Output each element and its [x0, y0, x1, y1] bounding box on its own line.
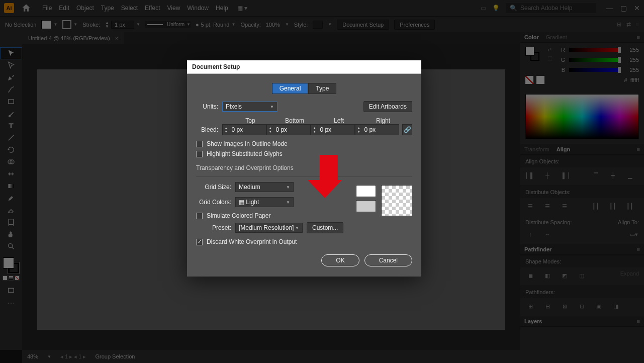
maximize-icon[interactable]: ▢: [620, 4, 627, 12]
custom-button[interactable]: Custom...: [307, 222, 343, 233]
menu-object[interactable]: Object: [76, 5, 94, 12]
document-setup-button[interactable]: Document Setup: [337, 20, 389, 30]
value-g[interactable]: 255: [625, 57, 639, 63]
hand-tool[interactable]: [0, 228, 22, 240]
panel-menu-icon[interactable]: ≡: [637, 246, 640, 252]
help-search[interactable]: 🔍 Search Adobe Help: [506, 3, 596, 13]
opacity-value[interactable]: 100%: [266, 22, 280, 28]
rotate-tool[interactable]: [0, 144, 22, 156]
menu-view[interactable]: View: [167, 5, 180, 12]
menu-type[interactable]: Type: [101, 5, 114, 12]
slider-g[interactable]: [569, 58, 621, 62]
transform-mini-icon[interactable]: ⇄: [626, 21, 631, 28]
dist-bottom-icon[interactable]: ☰: [560, 201, 570, 211]
tab-color[interactable]: Color: [524, 34, 539, 40]
align-hcenter-icon[interactable]: ┼: [542, 170, 553, 180]
align-top-icon[interactable]: ▔: [591, 170, 601, 180]
slider-r[interactable]: [569, 48, 621, 52]
align-to-icon[interactable]: ▭▾: [629, 229, 639, 239]
trim-icon[interactable]: ⊟: [542, 301, 553, 311]
zoom-level[interactable]: 48%: [27, 353, 38, 359]
tab-type[interactable]: Type: [308, 83, 336, 94]
minimize-icon[interactable]: —: [606, 4, 613, 12]
value-r[interactable]: 255: [625, 47, 639, 53]
dist-left-icon[interactable]: ┃┃: [591, 201, 601, 211]
cancel-button[interactable]: Cancel: [364, 254, 412, 266]
dist-top-icon[interactable]: ☰: [525, 201, 535, 211]
tab-general[interactable]: General: [272, 83, 309, 94]
grid-size-select[interactable]: Medium▼: [235, 182, 294, 192]
menu-window[interactable]: Window: [187, 5, 209, 12]
chk-glyphs[interactable]: Highlight Substituted Glyphs: [196, 150, 412, 157]
units-select[interactable]: Pixels▼: [222, 102, 278, 112]
width-tool[interactable]: [0, 168, 22, 180]
exclude-icon[interactable]: ◫: [577, 270, 587, 281]
tips-icon[interactable]: 💡: [492, 5, 500, 12]
home-icon[interactable]: [21, 3, 31, 13]
outline-icon[interactable]: ▣: [594, 301, 604, 311]
gradient-tool[interactable]: [0, 180, 22, 192]
grid-color-swatches[interactable]: [356, 185, 376, 212]
stroke-weight[interactable]: 1 px: [111, 21, 134, 29]
rectangle-tool[interactable]: [0, 96, 22, 108]
mini-fill-stroke[interactable]: [525, 47, 539, 61]
minus-front-icon[interactable]: ◧: [542, 270, 553, 281]
dist-vcenter-icon[interactable]: ☰: [542, 201, 553, 211]
intersect-icon[interactable]: ◩: [560, 270, 570, 281]
close-icon[interactable]: ✕: [634, 4, 640, 12]
stroke-swatch[interactable]: [62, 20, 71, 29]
workspace-switcher-icon[interactable]: ▦ ▾: [237, 5, 247, 12]
edit-toolbar-icon[interactable]: ⋯: [0, 297, 22, 309]
style-swatch[interactable]: [313, 21, 323, 29]
ok-button[interactable]: OK: [321, 254, 359, 266]
link-bleed-icon[interactable]: 🔗: [402, 124, 412, 135]
dist-hspace-icon[interactable]: ↔: [542, 229, 553, 239]
menu-edit[interactable]: Edit: [59, 5, 69, 12]
swap-icon[interactable]: ⇄: [547, 47, 552, 52]
shape-builder-tool[interactable]: [0, 156, 22, 168]
dist-hcenter-icon[interactable]: ┃┃: [608, 201, 618, 211]
tab-gradient[interactable]: Gradient: [546, 34, 567, 40]
curvature-tool[interactable]: [0, 83, 22, 96]
grid-colors-select[interactable]: ▦ Light▼: [235, 197, 294, 207]
none-swatch[interactable]: [525, 76, 533, 84]
tab-pathfinder[interactable]: Pathfinder: [524, 246, 551, 252]
crop-icon[interactable]: ⊡: [577, 301, 587, 311]
tab-layers[interactable]: Layers: [524, 318, 542, 324]
expand-button[interactable]: Expand: [620, 270, 639, 281]
panel-menu-icon[interactable]: ≡: [637, 318, 640, 324]
panel-menu-icon[interactable]: ≡: [636, 22, 639, 28]
white-swatch[interactable]: [536, 76, 544, 84]
minus-back-icon[interactable]: ◨: [611, 301, 621, 311]
divide-icon[interactable]: ⊞: [525, 301, 535, 311]
dist-vspace-icon[interactable]: ↕: [525, 229, 535, 239]
tab-align[interactable]: Align: [557, 146, 571, 152]
paintbrush-tool[interactable]: [0, 108, 22, 120]
line-tool[interactable]: [0, 132, 22, 144]
brush-def[interactable]: ● 5 pt. Round ▼: [196, 22, 235, 28]
dist-right-icon[interactable]: ┃┃: [625, 201, 635, 211]
align-vcenter-icon[interactable]: ┿: [608, 170, 618, 180]
menu-help[interactable]: Help: [216, 5, 228, 12]
edit-artboards-button[interactable]: Edit Artboards: [363, 101, 412, 112]
pen-tool[interactable]: [0, 71, 22, 83]
value-b[interactable]: 255: [625, 67, 639, 73]
preset-select[interactable]: [Medium Resolution]▼: [235, 223, 303, 233]
hex-value[interactable]: ffffff: [630, 77, 639, 83]
screen-mode-icon[interactable]: [0, 285, 22, 297]
panel-menu-icon[interactable]: ≡: [637, 146, 640, 152]
align-right-icon[interactable]: ▐▕: [560, 170, 570, 180]
menu-file[interactable]: File: [42, 5, 52, 12]
bleed-left[interactable]: ▲▼: [311, 124, 355, 135]
fill-stroke-indicator[interactable]: [3, 257, 19, 274]
merge-icon[interactable]: ⊠: [560, 301, 570, 311]
selection-tool[interactable]: [0, 47, 22, 59]
tab-transform[interactable]: Transform: [524, 146, 549, 152]
bleed-bottom[interactable]: ▲▼: [266, 124, 311, 135]
default-icon[interactable]: ⬚: [547, 55, 552, 61]
eyedropper-tool[interactable]: [0, 192, 22, 204]
document-tab[interactable]: Untitled-4 @ 48% (RGB/Preview) ×: [22, 32, 124, 44]
menu-effect[interactable]: Effect: [145, 5, 160, 12]
preferences-button[interactable]: Preferences: [394, 20, 435, 30]
eraser-tool[interactable]: [0, 204, 22, 216]
